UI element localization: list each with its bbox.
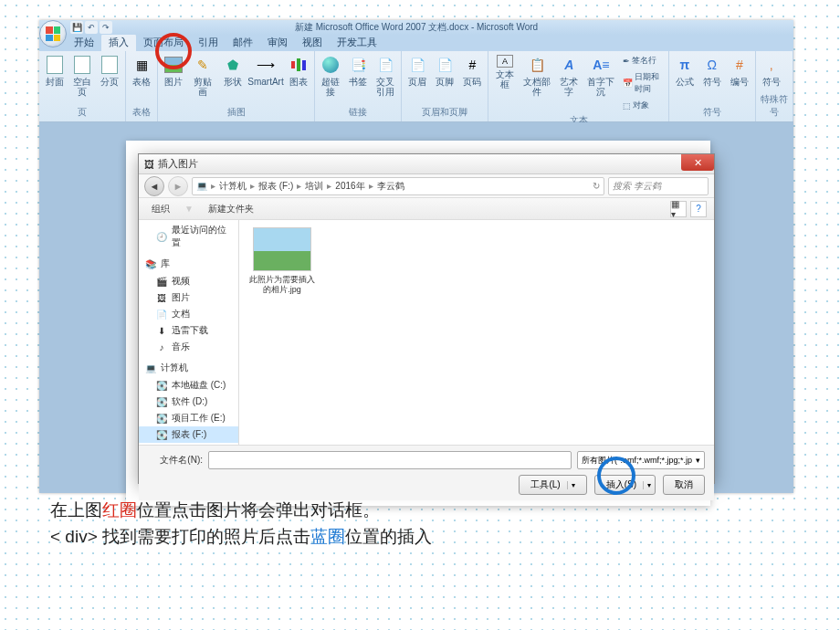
btn-signature[interactable]: ✒签名行 [621, 53, 665, 68]
ribbon: 封面 空白页 分页 页 ▦表格 表格 图片 ✎剪贴画 ⬟形状 ⟶SmartArt… [39, 51, 793, 122]
shapes-icon: ⬟ [223, 55, 243, 75]
tab-review[interactable]: 审阅 [260, 34, 295, 51]
sidebar-recent[interactable]: 🕘最近访问的位置 [139, 222, 238, 251]
nav-forward-button[interactable]: ► [168, 176, 188, 196]
dropcap-icon: A≡ [591, 55, 611, 75]
filename-input[interactable] [208, 451, 572, 469]
sidebar-libraries[interactable]: 📚库 [139, 255, 238, 273]
btn-chart[interactable]: 图表 [287, 53, 310, 89]
file-name: 此照片为需要插入的相片.jpg [247, 275, 318, 295]
sidebar-documents[interactable]: 📄文档 [139, 306, 238, 322]
download-icon: ⬇ [155, 325, 168, 336]
qat-redo-icon[interactable]: ↷ [100, 21, 112, 34]
search-input[interactable]: 搜索 李云鹤 [608, 177, 709, 195]
bc-folder1[interactable]: 培训 [305, 180, 323, 193]
sidebar-fdrive[interactable]: 💽报表 (F:) [139, 426, 238, 443]
library-icon: 📚 [144, 258, 157, 269]
qat-save-icon[interactable]: 💾 [70, 21, 83, 34]
tab-mailings[interactable]: 邮件 [226, 34, 260, 51]
btn-picture[interactable]: 图片 [162, 53, 185, 89]
sidebar-cdrive[interactable]: 💽本地磁盘 (C:) [139, 377, 238, 394]
textbox-icon: A [497, 55, 513, 68]
refresh-icon[interactable]: ↻ [593, 181, 600, 191]
sidebar-ddrive[interactable]: 💽软件 (D:) [139, 394, 238, 410]
sidebar-pictures[interactable]: 🖼图片 [139, 289, 238, 306]
organize-button[interactable]: 组织 [146, 201, 175, 217]
btn-hyperlink[interactable]: 超链接 [319, 53, 342, 99]
group-text: A文本框 📋文档部件 A艺术字 A≡首字下沉 ✒签名行 📅日期和时间 ⬚对象 文… [488, 51, 668, 121]
dialog-titlebar: 🖼 插入图片 ✕ [139, 154, 714, 174]
group-links-label: 链接 [319, 105, 397, 120]
tab-devtools[interactable]: 开发工具 [330, 34, 384, 51]
tab-references[interactable]: 引用 [191, 34, 226, 51]
chevron-down-icon: ▾ [643, 481, 651, 489]
btn-smartart[interactable]: ⟶SmartArt [248, 53, 284, 89]
caption: 在上图红圈位置点击图片将会弹出对话框。 < div> 找到需要打印的照片后点击蓝… [50, 498, 432, 550]
btn-header[interactable]: 📄页眉 [405, 53, 429, 89]
group-hf-label: 页眉和页脚 [405, 105, 484, 120]
drive-icon: 💽 [155, 396, 168, 407]
btn-special-symbol[interactable]: ,符号 [760, 53, 783, 89]
header-icon: 📄 [407, 55, 427, 75]
tab-layout[interactable]: 页面布局 [136, 34, 191, 51]
qat-undo-icon[interactable]: ↶ [85, 21, 98, 34]
bc-folder3[interactable]: 李云鹤 [377, 180, 404, 193]
bc-drive[interactable]: 报表 (F:) [258, 180, 293, 193]
file-item[interactable]: 此照片为需要插入的相片.jpg [247, 227, 318, 437]
btn-bookmark[interactable]: 📑书签 [346, 53, 370, 89]
btn-footer[interactable]: 📄页脚 [433, 53, 457, 89]
office-button[interactable] [39, 20, 67, 47]
sidebar-thunder[interactable]: ⬇迅雷下载 [139, 322, 238, 339]
tools-button[interactable]: 工具(L)▾ [519, 475, 586, 495]
btn-dropcap[interactable]: A≡首字下沉 [585, 53, 617, 99]
dialog-close-button[interactable]: ✕ [681, 154, 714, 171]
btn-textbox[interactable]: A文本框 [492, 53, 517, 91]
tab-view[interactable]: 视图 [295, 34, 330, 51]
btn-pagenum[interactable]: #页码 [460, 53, 484, 89]
parts-icon: 📋 [527, 55, 547, 75]
group-symbols: π公式 Ω符号 #编号 符号 [669, 51, 756, 121]
chevron-down-icon: ▾ [696, 456, 700, 465]
cancel-button[interactable]: 取消 [663, 475, 705, 495]
btn-table[interactable]: ▦表格 [130, 53, 153, 89]
sidebar-music[interactable]: ♪音乐 [139, 339, 238, 355]
view-button[interactable]: ▦ ▾ [670, 201, 687, 217]
btn-number[interactable]: #编号 [728, 53, 751, 89]
nav-back-button[interactable]: ◄ [144, 176, 164, 196]
btn-page-break[interactable]: 分页 [98, 53, 121, 89]
btn-symbol[interactable]: Ω符号 [700, 53, 724, 89]
btn-wordart[interactable]: A艺术字 [557, 53, 582, 99]
sidebar-gdrive[interactable]: 💽杂项 (G:) [139, 443, 238, 445]
sidebar-computer[interactable]: 💻计算机 [139, 359, 238, 377]
btn-blank-page[interactable]: 空白页 [70, 53, 94, 99]
titlebar: 💾 ↶ ↷ 新建 Microsoft Office Word 2007 文档.d… [39, 20, 793, 35]
btn-datetime[interactable]: 📅日期和时间 [621, 69, 665, 97]
btn-cover-page[interactable]: 封面 [43, 53, 67, 89]
bc-computer[interactable]: 计算机 [219, 180, 247, 193]
file-list[interactable]: 此照片为需要插入的相片.jpg [239, 220, 714, 445]
btn-crossref[interactable]: 📄交叉 引用 [373, 53, 397, 99]
quick-access-toolbar: 💾 ↶ ↷ [70, 21, 112, 34]
filetype-combo[interactable]: 所有图片(*.emf;*.wmf;*.jpg;*.jp ▾ [577, 451, 705, 469]
tab-home[interactable]: 开始 [67, 34, 101, 51]
btn-clipart[interactable]: ✎剪贴画 [189, 53, 217, 99]
help-button[interactable]: ? [690, 201, 707, 217]
newfolder-button[interactable]: 新建文件夹 [203, 201, 259, 217]
drive-icon: 💽 [155, 413, 168, 424]
crossref-icon: 📄 [375, 55, 395, 75]
btn-object[interactable]: ⬚对象 [621, 98, 665, 113]
sidebar-edrive[interactable]: 💽项目工作 (E:) [139, 410, 238, 426]
dialog-nav: ◄ ► 💻 ▸ 计算机▸ 报表 (F:)▸ 培训▸ 2016年▸ 李云鹤 ↻ 搜… [139, 174, 714, 198]
breadcrumb[interactable]: 💻 ▸ 计算机▸ 报表 (F:)▸ 培训▸ 2016年▸ 李云鹤 ↻ [192, 177, 604, 195]
sidebar-videos[interactable]: 🎬视频 [139, 273, 238, 289]
insert-button[interactable]: 插入(S)▾ [594, 475, 656, 495]
btn-equation[interactable]: π公式 [673, 53, 697, 89]
dialog-toolbar: 组织 ▼ 新建文件夹 ▦ ▾ ? [139, 198, 714, 220]
bc-folder2[interactable]: 2016年 [335, 180, 364, 193]
btn-shapes[interactable]: ⬟形状 [221, 53, 245, 89]
tab-insert[interactable]: 插入 [101, 34, 136, 51]
chart-icon [289, 55, 309, 75]
video-icon: 🎬 [155, 276, 168, 287]
btn-quickparts[interactable]: 📋文档部件 [521, 53, 553, 99]
drive-icon: 💽 [155, 380, 168, 391]
